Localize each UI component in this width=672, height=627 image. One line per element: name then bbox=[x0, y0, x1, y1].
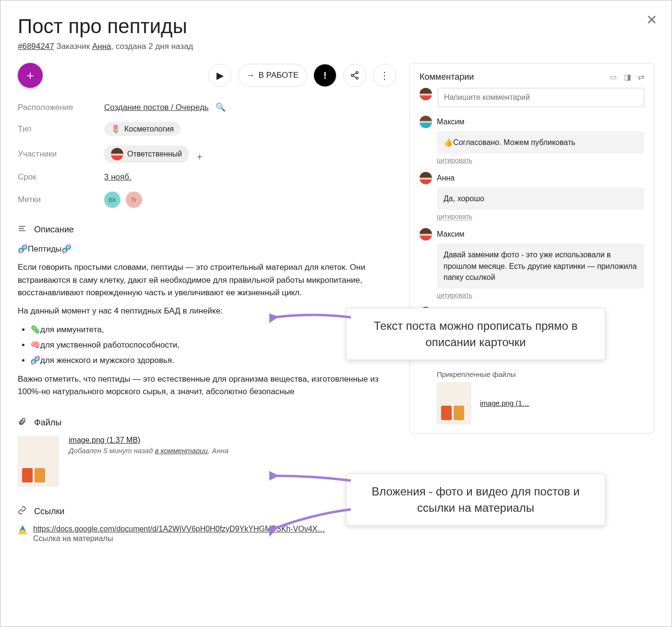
location-value: Создание постов / Очередь 🔍 bbox=[104, 102, 396, 112]
comment-text: 👍Согласовано. Можем публиковать bbox=[437, 131, 644, 154]
more-button[interactable]: ⋮ bbox=[373, 64, 396, 87]
fields-grid: Расположение Создание постов / Очередь 🔍… bbox=[18, 102, 396, 208]
desc-li2: 🧠для умственной работоспособности, bbox=[30, 339, 386, 351]
left-column: + ▶ → В РАБОТЕ ! ⋮ Расположение Создание… bbox=[18, 63, 396, 543]
file-row: image.png (1.37 MB) Добавлен 5 минут наз… bbox=[18, 436, 396, 487]
file-comment-link[interactable]: в комментарии bbox=[155, 446, 208, 455]
files-header: Файлы bbox=[18, 417, 396, 428]
links-header: Ссылки bbox=[18, 506, 396, 517]
files-title: Файлы bbox=[34, 418, 61, 428]
created-text: , создана 2 дня назад bbox=[111, 42, 193, 51]
comment-text: Да, хорошо bbox=[437, 187, 644, 210]
svg-line-3 bbox=[353, 73, 357, 75]
desc-p1: Если говорить простыми словами, пептиды … bbox=[18, 261, 386, 299]
attachment-icon bbox=[18, 417, 28, 428]
avatar-icon bbox=[420, 172, 432, 184]
quote-button[interactable]: цитировать bbox=[437, 291, 644, 299]
description-body[interactable]: 🧬Пептиды🧬 Если говорить простыми словами… bbox=[18, 243, 396, 398]
avatar-icon bbox=[111, 148, 123, 160]
flower-icon: 🌷 bbox=[111, 124, 120, 133]
due-date-link[interactable]: 3 нояб. bbox=[104, 172, 132, 181]
search-icon[interactable]: 🔍 bbox=[216, 103, 226, 112]
arrow-right-icon: → bbox=[246, 71, 254, 80]
description-icon bbox=[18, 224, 28, 235]
desc-p3: Важно отметить, что пептиды — это естест… bbox=[18, 373, 386, 398]
link-row: https://docs.google.com/document/d/1A2Wj… bbox=[18, 525, 396, 543]
type-chip[interactable]: 🌷 Косметология bbox=[104, 122, 180, 136]
alert-button[interactable]: ! bbox=[313, 64, 336, 87]
tag-vk[interactable]: ВК bbox=[104, 192, 120, 208]
desc-p2: На данный момент у нас 4 пептидных БАД в… bbox=[18, 305, 386, 317]
quote-button[interactable]: цитировать bbox=[437, 213, 644, 220]
comments-panel: Комментарии ▭ ◨ ⇄ Максим 👍Согласовано. М… bbox=[409, 63, 654, 434]
expand-icon[interactable]: ⇄ bbox=[638, 73, 644, 81]
file-name-link[interactable]: image.png (1.37 MB) bbox=[69, 436, 228, 445]
play-icon: ▶ bbox=[216, 70, 224, 81]
attach-title: Прикрепленные файлы bbox=[437, 370, 644, 378]
add-button[interactable]: + bbox=[18, 63, 43, 88]
tags-label: Метки bbox=[18, 195, 104, 205]
customer-link[interactable]: Анна bbox=[92, 42, 111, 51]
add-participant-button[interactable]: + bbox=[197, 152, 203, 162]
link-icon bbox=[18, 506, 28, 517]
comment-author: Анна bbox=[437, 174, 455, 182]
attach-thumbnail[interactable] bbox=[437, 382, 471, 424]
file-thumbnail[interactable] bbox=[18, 436, 59, 487]
close-icon[interactable]: ✕ bbox=[646, 12, 657, 28]
layout-toggle-2-icon[interactable]: ◨ bbox=[624, 73, 631, 81]
desc-heading: 🧬Пептиды🧬 bbox=[18, 243, 386, 255]
description-header: Описание bbox=[18, 224, 396, 235]
location-link[interactable]: Создание постов / Очередь bbox=[104, 103, 209, 112]
links-title: Ссылки bbox=[34, 506, 64, 517]
comment-item: Максим 👍Согласовано. Можем публиковать ц… bbox=[420, 116, 644, 164]
task-card: ✕ Пост про пептиды #6894247 Заказчик Анн… bbox=[0, 0, 672, 627]
alert-icon: ! bbox=[324, 70, 327, 81]
ticket-id-link[interactable]: #6894247 bbox=[18, 42, 54, 51]
callout-description: Текст поста можно прописать прямо в опис… bbox=[346, 308, 605, 360]
layout-toggle-1-icon[interactable]: ▭ bbox=[610, 73, 617, 81]
svg-line-4 bbox=[353, 76, 357, 78]
share-button[interactable] bbox=[343, 64, 366, 87]
share-icon bbox=[350, 71, 360, 80]
attach-name-link[interactable]: image.png (1… bbox=[480, 399, 529, 407]
status-button[interactable]: → В РАБОТЕ bbox=[238, 64, 307, 87]
description-title: Описание bbox=[34, 225, 74, 235]
comment-item: Анна Да, хорошо цитировать bbox=[420, 172, 644, 220]
avatar-icon bbox=[420, 228, 432, 241]
responsible-label: Ответственный bbox=[127, 150, 182, 158]
comment-author: Максим bbox=[437, 118, 465, 126]
customer-label: Заказчик bbox=[56, 42, 90, 51]
play-button[interactable]: ▶ bbox=[208, 64, 231, 87]
link-caption: Ссылка на материалы bbox=[33, 534, 325, 543]
tag-tr[interactable]: Tr bbox=[126, 192, 142, 208]
external-link[interactable]: https://docs.google.com/document/d/1A2Wj… bbox=[33, 525, 325, 533]
due-label: Срок bbox=[18, 172, 104, 182]
desc-li3: 🧬для женского и мужского здоровья. bbox=[30, 354, 386, 367]
attachment-box: Прикрепленные файлы image.png (1… bbox=[437, 370, 644, 424]
more-icon: ⋮ bbox=[380, 70, 389, 81]
desc-li1: 🦠для иммунитета, bbox=[30, 324, 386, 336]
callout-attachments: Вложения - фото и видео для постов и ссы… bbox=[346, 473, 605, 526]
avatar-icon bbox=[420, 116, 432, 128]
responsible-chip[interactable]: Ответственный bbox=[104, 145, 189, 163]
type-value: Косметология bbox=[124, 125, 174, 133]
file-subtitle: Добавлен 5 минут назад в комментарии, Ан… bbox=[69, 446, 228, 455]
toolbar: + ▶ → В РАБОТЕ ! ⋮ bbox=[18, 63, 396, 88]
comment-input[interactable] bbox=[438, 88, 644, 107]
comment-item: Максим Давай заменим фото - это уже испо… bbox=[420, 228, 644, 299]
google-drive-icon bbox=[18, 525, 27, 534]
participants-label: Участники bbox=[18, 149, 104, 159]
location-label: Расположение bbox=[18, 103, 104, 112]
current-user-avatar bbox=[420, 88, 432, 100]
comment-author: Максим bbox=[437, 230, 465, 239]
comments-title: Комментарии bbox=[420, 72, 474, 82]
status-label: В РАБОТЕ bbox=[258, 71, 299, 80]
task-title: Пост про пептиды bbox=[18, 15, 654, 38]
type-label: Тип bbox=[18, 124, 104, 134]
task-meta: #6894247 Заказчик Анна, создана 2 дня на… bbox=[18, 42, 654, 51]
quote-button[interactable]: цитировать bbox=[437, 157, 644, 164]
comment-text: Давай заменим фото - это уже использовал… bbox=[437, 243, 644, 289]
